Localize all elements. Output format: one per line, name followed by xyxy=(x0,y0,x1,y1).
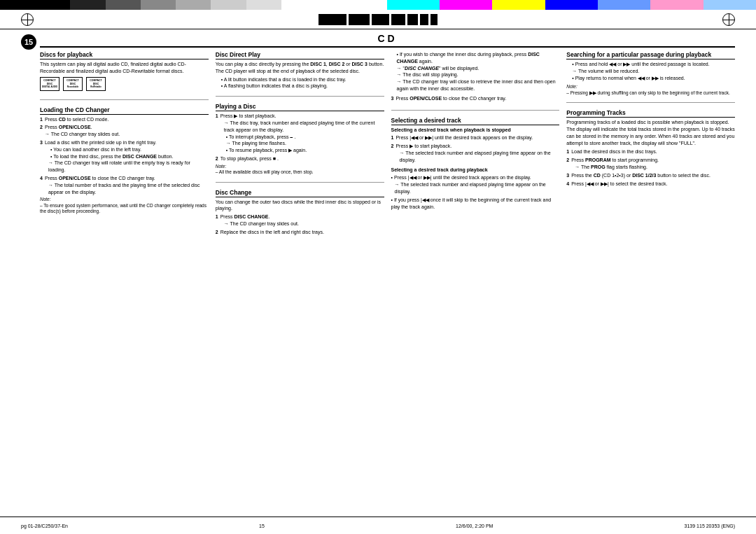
color-swatch-black xyxy=(0,0,70,10)
color-swatch-gray5 xyxy=(246,0,281,10)
section-discs-playback: Discs for playback This system can play … xyxy=(40,51,209,93)
section-body-discs: This system can play all digital audio C… xyxy=(40,61,209,91)
playing-note: Note: – All the available discs will pla… xyxy=(216,164,384,176)
playing-step-1: 1 Press ▶ to start playback. The disc tr… xyxy=(216,113,384,154)
section-selecting-track: Selecting a desired track Selecting a de… xyxy=(391,117,560,212)
section-col3-top: If you wish to change the inner disc dur… xyxy=(391,51,560,104)
footer-bar: pg 01-28/C250/37-En 15 12/6/00, 2:20 PM … xyxy=(0,517,756,534)
section-title-disc-change: Disc Change xyxy=(216,189,384,197)
section-body-selecting: Selecting a desired track when playback … xyxy=(391,127,560,211)
color-swatch-pink xyxy=(650,0,703,10)
cd-logo-1: COMPACTDISC DIGITAL AUDIO xyxy=(40,77,59,91)
section-title-searching: Searching for a particular passage durin… xyxy=(566,51,735,59)
selecting-playback-step-2: • If you press |◀◀ once it will skip to … xyxy=(391,197,560,211)
color-swatch-yellow xyxy=(492,0,545,10)
section-playing-disc: Playing a Disc 1 Press ▶ to start playba… xyxy=(216,103,384,175)
loading-step-2: 2 Press OPEN/CLOSE. The CD changer tray … xyxy=(40,124,209,138)
black-bar-4 xyxy=(391,14,405,25)
section-programming-tracks: Programming Tracks Programming tracks of… xyxy=(566,109,735,188)
black-bar-5 xyxy=(407,14,418,25)
section-disc-direct-play: Disc Direct Play You can play a disc dir… xyxy=(216,51,384,90)
selecting-subtitle-stopped: Selecting a desired track when playback … xyxy=(391,127,560,134)
reg-mark-left xyxy=(21,13,34,26)
section-title-discs: Discs for playback xyxy=(40,51,209,59)
color-swatch-cyan xyxy=(387,0,440,10)
color-bar xyxy=(0,0,756,10)
black-bar-1 xyxy=(318,14,346,25)
divider-2 xyxy=(216,96,384,97)
black-bar-7 xyxy=(430,14,438,25)
section-loading-changer: Loading the CD Changer 1 Press CD to sel… xyxy=(40,106,209,215)
selecting-playback-step-1: • Press |◀◀ or ▶▶| until the desired tra… xyxy=(391,174,560,195)
section-searching-passage: Searching for a particular passage durin… xyxy=(566,51,735,96)
reg-mark-right xyxy=(722,13,735,26)
cd-logos-area: COMPACTDISC DIGITAL AUDIO COMPACTDISC Re… xyxy=(40,77,209,91)
columns-container: Discs for playback This system can play … xyxy=(40,51,735,513)
programming-step-2: 2 Press PROGRAM to start programming. Th… xyxy=(566,157,735,171)
color-swatch-gray3 xyxy=(176,0,211,10)
section-title-programming: Programming Tracks xyxy=(566,109,735,118)
section-body-disc-change: You can change the outer two discs while… xyxy=(216,199,384,236)
searching-note: Note: – Pressing ▶▶ during shuffling can… xyxy=(566,84,735,96)
black-bar-3 xyxy=(372,14,389,25)
color-swatch-gray2 xyxy=(141,0,176,10)
footer-center-page: 15 xyxy=(259,524,265,528)
color-swatch-lblue xyxy=(598,0,650,10)
col3-step3: 3 Press OPEN/CLOSE to close the CD chang… xyxy=(391,95,560,102)
column-3: If you wish to change the inner disc dur… xyxy=(391,51,560,513)
loading-note: Note: – To ensure good system performanc… xyxy=(40,197,209,214)
divider-3 xyxy=(216,182,384,183)
section-title-loading: Loading the CD Changer xyxy=(40,106,209,115)
programming-step-1: 1 Load the desired discs in the disc tra… xyxy=(566,148,735,155)
black-bar-2 xyxy=(349,14,370,25)
loading-step-1: 1 Press CD to select CD mode. xyxy=(40,116,209,123)
cd-logo-2: COMPACTDISC Recordable xyxy=(63,77,83,91)
playing-step-2: 2 To stop playback, press ■ . xyxy=(216,155,384,162)
section-body-col3-top: If you wish to change the inner disc dur… xyxy=(391,51,560,102)
main-content: 15 CD Discs for playback This system can… xyxy=(0,29,756,517)
black-bar-6 xyxy=(420,14,428,25)
page-title: CD xyxy=(40,33,735,48)
column-4: Searching for a particular passage durin… xyxy=(566,51,735,513)
programming-step-4: 4 Press |◀◀ or ▶▶| to select the desired… xyxy=(566,181,735,188)
programming-step-3: 3 Press the CD (CD 1•2•3) or DISC 1/2/3 … xyxy=(566,172,735,179)
section-title-playing: Playing a Disc xyxy=(216,103,384,111)
divider-5 xyxy=(566,102,735,103)
color-swatch-gray4 xyxy=(211,0,246,10)
column-1: Discs for playback This system can play … xyxy=(40,51,209,513)
selecting-subtitle-playback: Selecting a desired track during playbac… xyxy=(391,167,560,174)
discs-body-text: This system can play all digital audio C… xyxy=(40,61,209,75)
divider-4 xyxy=(391,110,560,111)
section-body-loading: 1 Press CD to select CD mode. 2 Press OP… xyxy=(40,116,209,215)
section-title-direct: Disc Direct Play xyxy=(216,51,384,59)
color-swatch-dark xyxy=(70,0,105,10)
loading-step-3: 3 Load a disc with the printed side up i… xyxy=(40,139,209,174)
selecting-step-2: 2 Press ▶ to start playback. The selecte… xyxy=(391,143,560,163)
color-swatch-blue xyxy=(545,0,598,10)
section-body-direct: You can play a disc directly by pressing… xyxy=(216,61,384,90)
section-body-playing: 1 Press ▶ to start playback. The disc tr… xyxy=(216,113,384,175)
disc-change-step-2: 2 Replace the discs in the left and righ… xyxy=(216,229,384,236)
divider-1 xyxy=(40,99,209,100)
footer-date: 12/6/00, 2:20 PM xyxy=(456,524,493,528)
registration-bar xyxy=(0,10,756,29)
selecting-step-1: 1 Press |◀◀ or ▶▶| until the desired tra… xyxy=(391,134,560,141)
disc-change-step-1: 1 Press DISC CHANGE. The CD changer tray… xyxy=(216,213,384,227)
section-body-programming: Programming tracks of a loaded disc is p… xyxy=(566,119,735,187)
column-2: Disc Direct Play You can play a disc dir… xyxy=(216,51,384,513)
section-body-searching: Press and hold ◀◀ or ▶▶ until the desire… xyxy=(566,61,735,96)
footer-left: pg 01-28/C250/37-En xyxy=(21,524,68,528)
loading-step-4: 4 Press OPEN/CLOSE to close the CD chang… xyxy=(40,175,209,195)
color-swatch-gray1 xyxy=(106,0,141,10)
footer-right: 3139 115 20353 (ENG) xyxy=(685,524,735,528)
section-disc-change: Disc Change You can change the outer two… xyxy=(216,189,384,237)
color-swatch-lblue2 xyxy=(704,0,756,10)
black-bars-area xyxy=(34,14,722,25)
color-swatch-magenta xyxy=(440,0,492,10)
page-number: 15 xyxy=(21,34,36,50)
content-wrapper: CD Discs for playback This system can pl… xyxy=(40,33,735,513)
cd-logo-3: COMPACTDISC ReWritable xyxy=(86,77,106,91)
section-title-selecting: Selecting a desired track xyxy=(391,117,560,125)
color-spacer xyxy=(281,0,387,10)
